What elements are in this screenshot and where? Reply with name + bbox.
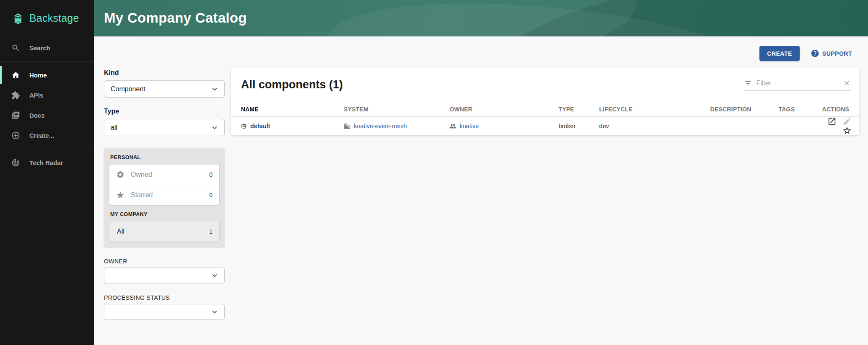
docs-icon — [11, 111, 20, 120]
support-button[interactable]: SUPPORT — [811, 49, 852, 58]
kind-filter-label: Kind — [104, 69, 225, 77]
column-header-name[interactable]: NAME — [231, 102, 339, 117]
support-label: SUPPORT — [822, 50, 852, 57]
sidebar-item-docs[interactable]: Docs — [0, 105, 94, 125]
logo-wordmark: Backstage — [29, 12, 79, 24]
starred-count: 0 — [209, 192, 212, 198]
owned-filter-label: Owned — [131, 171, 209, 178]
sidebar-item-label: Tech Radar — [29, 159, 63, 166]
type-select-value: all — [111, 124, 117, 131]
column-header-tags[interactable]: TAGS — [774, 102, 817, 117]
puzzle-icon — [11, 91, 20, 100]
lifecycle-cell: dev — [594, 117, 705, 136]
sidebar-item-apis[interactable]: APIs — [0, 85, 94, 105]
table-filter — [744, 79, 851, 90]
type-filter-label: Type — [104, 108, 225, 115]
kind-select-value: Component — [111, 85, 145, 93]
page-title: My Company Catalog — [94, 0, 868, 26]
company-section-label: MY COMPANY — [110, 211, 219, 217]
sidebar-item-label: Home — [29, 72, 47, 79]
sidebar-item-create[interactable]: Create... — [0, 125, 94, 145]
home-icon — [11, 71, 20, 80]
close-icon[interactable] — [843, 79, 851, 87]
sidebar-item-label: APIs — [29, 92, 43, 99]
all-count: 1 — [209, 228, 212, 235]
components-table-card: All components (1) NAME SYSTEM OWNER TYP… — [231, 67, 859, 135]
system-link[interactable]: knative-event-mesh — [354, 123, 407, 129]
sidebar: Backstage Search Home APIs Docs Create..… — [0, 0, 94, 345]
open-in-new-icon[interactable] — [827, 117, 837, 126]
star-outline-icon[interactable] — [842, 126, 852, 135]
column-header-description[interactable]: DESCRIPTION — [705, 102, 774, 117]
component-icon — [240, 123, 247, 130]
tags-cell — [774, 117, 817, 136]
entity-picker-card: PERSONAL Owned 0 Starred 0 MY COMPANY Al… — [104, 148, 225, 247]
table-header-row: NAME SYSTEM OWNER TYPE LIFECYCLE DESCRIP… — [231, 102, 859, 117]
sidebar-item-label: Create... — [29, 132, 54, 139]
create-button[interactable]: CREATE — [759, 46, 800, 61]
processing-status-select[interactable] — [104, 304, 225, 320]
chevron-down-icon — [210, 271, 219, 280]
help-icon — [811, 49, 819, 58]
owned-filter-row[interactable]: Owned 0 — [109, 165, 219, 185]
table-title: All components (1) — [241, 78, 343, 91]
owner-filter-label: OWNER — [104, 258, 225, 265]
system-icon — [344, 123, 351, 130]
sidebar-item-home[interactable]: Home — [0, 65, 94, 85]
column-header-system[interactable]: SYSTEM — [339, 102, 444, 117]
gear-icon — [116, 170, 124, 179]
search-icon — [11, 44, 20, 52]
column-header-type[interactable]: TYPE — [553, 102, 594, 117]
backstage-logo[interactable]: Backstage — [0, 0, 94, 25]
table-row: default knative-event-mesh knative broke… — [231, 117, 859, 136]
plus-circle-icon — [11, 131, 20, 140]
sidebar-item-tech-radar[interactable]: Tech Radar — [0, 152, 94, 172]
filter-icon — [744, 79, 752, 88]
column-header-actions: ACTIONS — [817, 102, 859, 117]
all-filter-row[interactable]: All 1 — [109, 221, 219, 242]
all-filter-label: All — [117, 228, 209, 235]
sidebar-divider — [0, 61, 94, 62]
starred-filter-label: Starred — [131, 191, 209, 199]
edit-icon[interactable] — [842, 117, 852, 126]
description-cell — [705, 117, 774, 136]
starred-filter-row[interactable]: Starred 0 — [109, 185, 219, 205]
owner-group-icon — [449, 123, 456, 130]
owned-count: 0 — [209, 171, 212, 178]
kind-select[interactable]: Component — [104, 80, 225, 98]
entity-name-link[interactable]: default — [250, 123, 270, 129]
chevron-down-icon — [210, 123, 219, 132]
table-filter-input[interactable] — [756, 80, 843, 87]
backstage-logo-icon — [11, 11, 25, 25]
filters-panel: Kind Component Type all PERSONAL Owned 0… — [104, 69, 225, 320]
processing-status-filter-label: PROCESSING STATUS — [104, 294, 225, 301]
radar-icon — [11, 158, 20, 167]
type-cell: broker — [553, 117, 594, 136]
sidebar-item-label: Search — [29, 44, 50, 51]
sidebar-item-search[interactable]: Search — [0, 38, 94, 58]
chevron-down-icon — [210, 85, 219, 94]
sidebar-divider — [0, 149, 94, 149]
page-header: My Company Catalog — [94, 0, 868, 36]
sidebar-item-label: Docs — [29, 112, 45, 119]
star-icon — [116, 191, 124, 199]
personal-section-label: PERSONAL — [110, 154, 219, 160]
column-header-owner[interactable]: OWNER — [444, 102, 553, 117]
chevron-down-icon — [210, 307, 219, 317]
owner-select[interactable] — [104, 268, 225, 283]
type-select[interactable]: all — [104, 119, 225, 136]
column-header-lifecycle[interactable]: LIFECYCLE — [594, 102, 705, 117]
owner-link[interactable]: knative — [459, 123, 479, 129]
